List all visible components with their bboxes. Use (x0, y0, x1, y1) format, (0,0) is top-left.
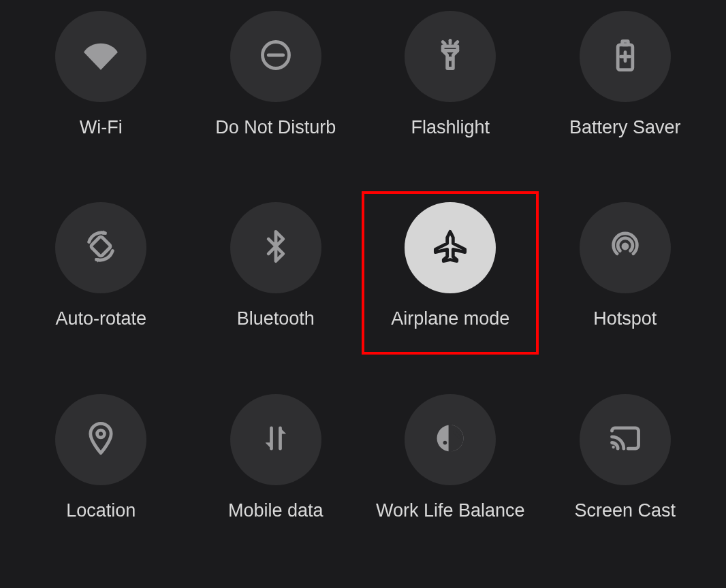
svg-line-5 (456, 42, 458, 44)
hotspot-icon (607, 229, 643, 267)
wifi-icon (83, 37, 119, 76)
tile-dnd: Do Not Disturb (189, 7, 364, 198)
tile-mobile-data: Mobile data (189, 390, 364, 581)
screen-cast-toggle[interactable] (580, 394, 671, 485)
battery-saver-label: Battery Saver (569, 117, 681, 138)
mobile-data-toggle[interactable] (230, 394, 321, 485)
airplane-mode-label: Airplane mode (391, 308, 509, 329)
tile-wifi: Wi-Fi (14, 7, 189, 198)
flashlight-icon (432, 37, 468, 76)
location-icon (83, 421, 119, 459)
dnd-label: Do Not Disturb (215, 117, 336, 138)
screen-cast-icon (607, 421, 643, 459)
hotspot-label: Hotspot (593, 308, 657, 329)
bluetooth-icon (258, 229, 294, 267)
tile-location: Location (14, 390, 189, 581)
auto-rotate-toggle[interactable] (55, 202, 146, 293)
tile-bluetooth: Bluetooth (189, 198, 364, 389)
location-label: Location (66, 500, 136, 521)
dnd-toggle[interactable] (230, 11, 321, 102)
tile-hotspot: Hotspot (538, 198, 713, 389)
bluetooth-label: Bluetooth (237, 308, 315, 329)
auto-rotate-icon (83, 229, 119, 267)
hotspot-toggle[interactable] (580, 202, 671, 293)
tile-airplane-mode: Airplane mode (363, 198, 538, 389)
tile-auto-rotate: Auto-rotate (14, 198, 189, 389)
wifi-label: Wi-Fi (80, 117, 123, 138)
do-not-disturb-icon (258, 37, 294, 76)
svg-point-17 (443, 440, 447, 444)
bluetooth-toggle[interactable] (230, 202, 321, 293)
mobile-data-label: Mobile data (228, 500, 323, 521)
work-life-balance-icon (432, 421, 468, 459)
svg-line-4 (443, 42, 445, 44)
auto-rotate-label: Auto-rotate (55, 308, 146, 329)
tile-battery-saver: Battery Saver (538, 7, 713, 198)
location-toggle[interactable] (55, 394, 146, 485)
svg-point-18 (612, 445, 614, 448)
flashlight-label: Flashlight (411, 117, 490, 138)
mobile-data-icon (258, 421, 294, 459)
flashlight-toggle[interactable] (405, 11, 496, 102)
tile-work-life: Work Life Balance (363, 390, 538, 581)
svg-rect-11 (91, 236, 112, 257)
work-life-balance-toggle[interactable] (405, 394, 496, 485)
svg-point-13 (97, 430, 105, 438)
battery-saver-icon (607, 37, 643, 76)
quick-settings-grid: Wi-Fi Do Not Disturb Flashlight (0, 0, 726, 588)
tile-flashlight: Flashlight (363, 7, 538, 198)
work-life-label: Work Life Balance (376, 500, 525, 521)
svg-rect-8 (622, 41, 628, 44)
svg-point-12 (621, 243, 629, 250)
airplane-icon (432, 229, 468, 267)
screen-cast-label: Screen Cast (574, 500, 676, 521)
battery-saver-toggle[interactable] (580, 11, 671, 102)
tile-screen-cast: Screen Cast (538, 390, 713, 581)
airplane-mode-toggle[interactable] (405, 202, 496, 293)
wifi-toggle[interactable] (55, 11, 146, 102)
